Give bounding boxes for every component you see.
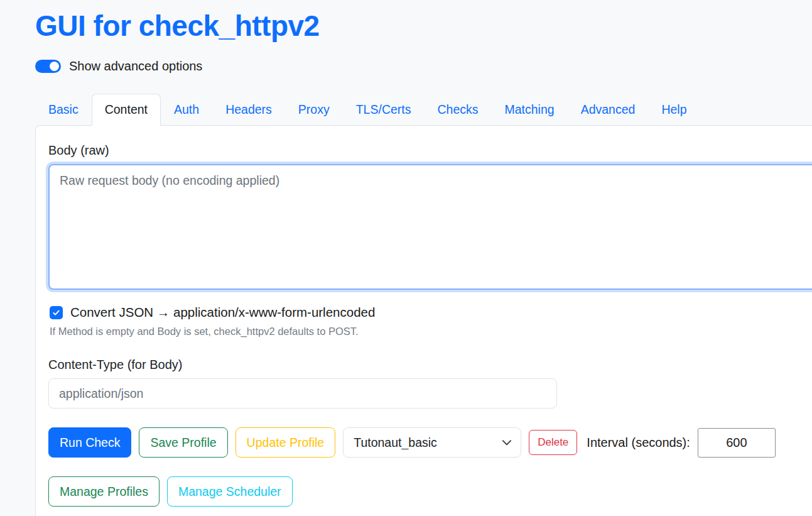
save-profile-button[interactable]: Save Profile [139,427,227,458]
tab-basic[interactable]: Basic [35,94,92,126]
content-type-label: Content-Type (for Body) [48,358,812,372]
method-helper-text: If Method is empty and Body is set, chec… [50,326,812,338]
manage-profiles-button[interactable]: Manage Profiles [48,476,160,507]
body-raw-label: Body (raw) [48,143,812,158]
delete-profile-button[interactable]: Delete [529,430,577,455]
primary-action-row: Run Check Save Profile Update Profile Tu… [48,427,812,458]
tab-content-panel: Body (raw) Convert JSON → application/x-… [35,125,812,516]
run-check-button[interactable]: Run Check [48,427,131,458]
convert-json-checkbox[interactable] [50,306,63,319]
show-advanced-toggle[interactable] [35,60,61,73]
manage-scheduler-button[interactable]: Manage Scheduler [167,476,293,507]
tab-advanced[interactable]: Advanced [568,94,649,126]
tab-help[interactable]: Help [648,94,700,126]
page-title: GUI for check_httpv2 [35,9,812,43]
interval-label: Interval (seconds): [587,436,690,450]
advanced-options-row: Show advanced options [35,59,812,74]
check-icon [51,308,61,317]
tab-tls-certs[interactable]: TLS/Certs [343,94,425,126]
content-type-input[interactable] [48,378,557,409]
tab-checks[interactable]: Checks [424,94,491,126]
tab-matching[interactable]: Matching [492,94,568,126]
tab-bar: Basic Content Auth Headers Proxy TLS/Cer… [35,94,812,126]
convert-json-label: Convert JSON → application/x-www-form-ur… [70,305,375,320]
body-raw-textarea[interactable] [48,164,812,290]
convert-json-row: Convert JSON → application/x-www-form-ur… [50,305,812,320]
toggle-knob [50,62,59,71]
secondary-action-row: Manage Profiles Manage Scheduler [48,476,812,507]
tab-auth[interactable]: Auth [161,94,212,126]
show-advanced-label: Show advanced options [69,59,202,74]
profile-select-wrap: Tutonaut_basic [343,427,521,458]
tab-proxy[interactable]: Proxy [285,94,343,126]
page-container: GUI for check_httpv2 Show advanced optio… [0,0,812,516]
profile-select[interactable]: Tutonaut_basic [343,427,521,458]
update-profile-button[interactable]: Update Profile [235,427,336,458]
tab-headers[interactable]: Headers [212,94,285,126]
tab-content[interactable]: Content [92,94,161,126]
interval-input[interactable] [698,428,776,458]
